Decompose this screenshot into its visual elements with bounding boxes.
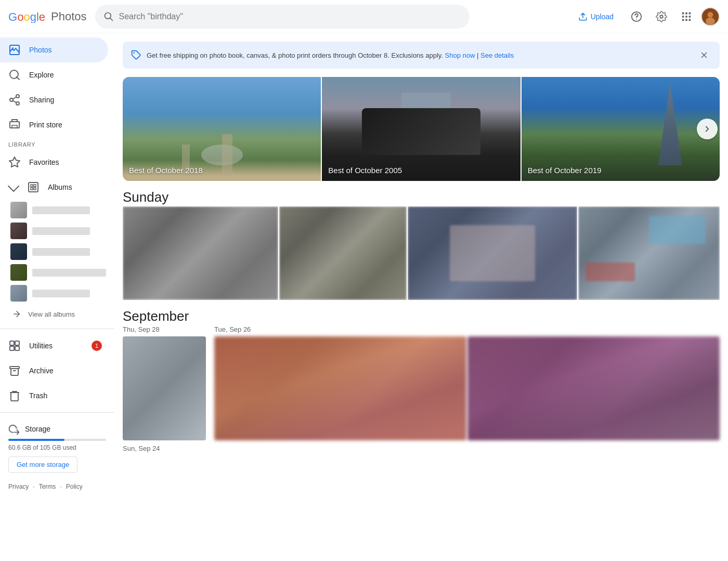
album-item-5[interactable]: ████████████ [0, 283, 114, 304]
help-button[interactable] [626, 6, 647, 27]
sep26-photo-2[interactable] [467, 336, 720, 440]
shop-now-link[interactable]: Shop now [445, 51, 475, 59]
svg-point-33 [134, 53, 135, 54]
storage-cloud-icon [8, 423, 20, 435]
upload-icon [578, 12, 588, 21]
sharing-icon [8, 94, 21, 106]
storage-header[interactable]: Storage [8, 423, 106, 435]
svg-rect-6 [682, 16, 684, 18]
september-title: September [123, 308, 720, 324]
print-store-icon [8, 119, 21, 131]
promo-banner: Get free shipping on photo book, canvas,… [123, 42, 720, 69]
favorites-icon [8, 156, 21, 168]
sidebar-label-archive: Archive [29, 367, 54, 375]
sep26-photos [214, 336, 720, 440]
logo[interactable]: Google Photos [8, 10, 87, 23]
sunday-photo-2[interactable] [279, 206, 407, 300]
memory-label-oct2019: Best of October 2019 [528, 166, 602, 175]
september-section: September Thu, Sep 28 Tue, Sep 26 [114, 304, 728, 460]
memory-card-oct2018[interactable]: Best of October 2018 [123, 77, 321, 181]
banner-text: Get free shipping on photo book, canvas,… [147, 51, 692, 59]
view-all-albums[interactable]: View all albums [0, 304, 114, 324]
album-thumbnail-5 [10, 285, 27, 302]
svg-rect-31 [15, 346, 19, 350]
upload-button[interactable]: Upload [570, 7, 622, 26]
storage-label: Storage [25, 425, 50, 433]
sep28-photo[interactable] [123, 336, 206, 440]
explore-icon [8, 69, 21, 81]
see-details-link[interactable]: See details [480, 51, 514, 59]
album-item-1[interactable]: ████████████ [0, 200, 114, 220]
apps-button[interactable] [676, 6, 697, 27]
photos-icon [8, 44, 21, 56]
sidebar-item-trash[interactable]: Trash [0, 383, 108, 408]
terms-link[interactable]: Terms [39, 483, 56, 490]
album-thumbnail-1 [10, 202, 27, 218]
memory-card-oct2005[interactable]: Best of October 2005 [322, 77, 520, 181]
svg-rect-10 [685, 19, 687, 21]
sidebar-label-favorites: Favorites [29, 158, 59, 166]
arrow-right-icon [10, 308, 23, 320]
svg-point-13 [708, 12, 713, 18]
sunday-title: Sunday [123, 189, 720, 205]
album-thumbnail-2 [10, 223, 27, 239]
sep26-photo-1[interactable] [214, 336, 466, 440]
sidebar-label-sharing: Sharing [29, 96, 54, 104]
sidebar-item-sharing[interactable]: Sharing [0, 87, 108, 112]
memories-carousel: Best of October 2018 Best of October 200… [114, 73, 728, 185]
sunday-photo-4[interactable] [578, 206, 720, 300]
svg-rect-21 [10, 122, 19, 128]
main-content: Get free shipping on photo book, canvas,… [114, 33, 728, 561]
view-all-label: View all albums [28, 310, 75, 318]
album-label-4: ████████████████ [32, 269, 106, 277]
memories-next-button[interactable] [697, 119, 718, 139]
tag-icon [131, 50, 141, 60]
sidebar-divider-1 [0, 329, 114, 329]
privacy-link[interactable]: Privacy [8, 483, 29, 490]
sidebar-item-utilities[interactable]: Utilities 1 [0, 333, 108, 358]
memory-label-oct2005: Best of October 2005 [328, 166, 402, 175]
svg-text:Google: Google [8, 10, 45, 23]
sidebar-label-trash: Trash [29, 392, 47, 400]
avatar[interactable] [701, 7, 720, 26]
album-item-2[interactable]: ████████████ [0, 220, 114, 241]
search-bar[interactable] [95, 5, 470, 29]
album-label-5: ████████████ [32, 290, 90, 297]
svg-rect-27 [34, 188, 36, 190]
sidebar-item-explore[interactable]: Explore [0, 62, 108, 87]
svg-rect-5 [689, 12, 691, 14]
album-item-3[interactable]: ████████████ [0, 241, 114, 262]
policy-link[interactable]: Policy [66, 483, 83, 490]
albums-icon [27, 181, 40, 193]
album-item-4[interactable]: ████████████████ [0, 262, 114, 283]
sunday-photo-1[interactable] [123, 206, 278, 300]
banner-close-button[interactable] [697, 48, 711, 62]
svg-rect-29 [15, 341, 19, 345]
user-avatar-image [702, 7, 719, 26]
sidebar-item-favorites[interactable]: Favorites [0, 150, 108, 175]
trash-icon [8, 389, 21, 402]
album-label-2: ████████████ [32, 227, 90, 235]
get-more-storage-button[interactable]: Get more storage [8, 456, 77, 473]
sidebar-item-print-store[interactable]: Print store [0, 112, 108, 137]
svg-rect-22 [12, 125, 17, 128]
google-logo: Google [8, 10, 47, 23]
svg-point-19 [10, 98, 13, 101]
sep26-date: Tue, Sep 26 [214, 325, 720, 333]
memory-label-oct2018: Best of October 2018 [129, 166, 203, 175]
sunday-photos-row [123, 206, 720, 300]
apps-icon [681, 11, 692, 22]
search-input[interactable] [119, 12, 461, 21]
sidebar-item-albums[interactable]: Albums [0, 175, 108, 200]
storage-section: Storage 60.6 GB of 105 GB used Get more … [0, 417, 114, 479]
sidebar: Photos Explore [0, 33, 114, 561]
svg-rect-30 [10, 346, 14, 350]
sidebar-footer: Privacy · Terms · Policy [0, 479, 114, 494]
album-thumbnail-4 [10, 264, 27, 281]
sidebar-item-photos[interactable]: Photos [0, 37, 108, 62]
settings-button[interactable] [651, 6, 672, 27]
sunday-photo-3[interactable] [408, 206, 577, 300]
sidebar-label-utilities: Utilities [29, 342, 53, 350]
memory-card-oct2019[interactable]: Best of October 2019 [522, 77, 720, 181]
sidebar-item-archive[interactable]: Archive [0, 358, 108, 383]
